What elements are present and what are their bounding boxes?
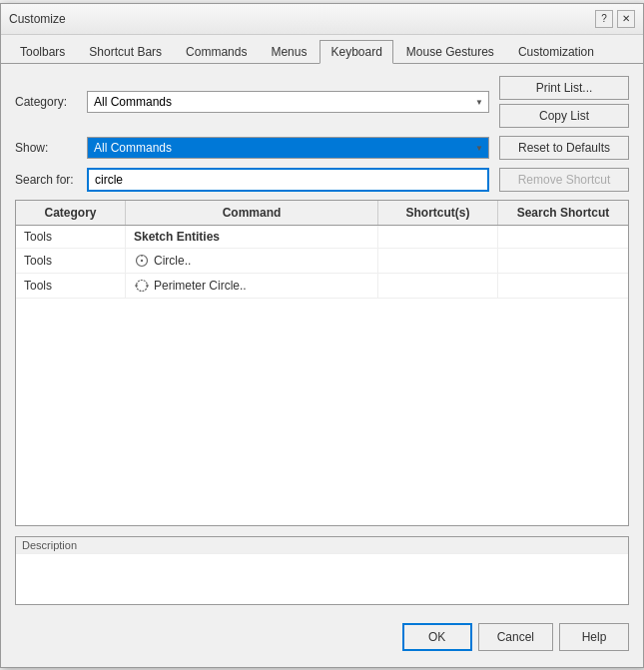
help-button[interactable]: Help — [559, 623, 629, 651]
description-label: Description — [16, 537, 628, 554]
cell-search-2 — [498, 274, 628, 298]
show-label: Show: — [15, 141, 87, 155]
reset-button[interactable]: Reset to Defaults — [499, 136, 629, 160]
cell-command-1: Circle.. — [126, 249, 378, 273]
search-label: Search for: — [15, 173, 87, 187]
copy-list-button[interactable]: Copy List — [499, 104, 629, 128]
tab-shortcut-bars[interactable]: Shortcut Bars — [78, 40, 173, 64]
description-box: Description — [15, 536, 629, 605]
close-title-btn[interactable]: ✕ — [617, 10, 635, 28]
svg-point-4 — [135, 284, 137, 286]
cell-category-2: Tools — [16, 274, 126, 298]
window-title: Customize — [9, 12, 66, 26]
ok-button[interactable]: OK — [402, 623, 472, 651]
table-row[interactable]: Tools Circle.. — [16, 249, 628, 274]
cell-command-0: Sketch Entities — [126, 226, 378, 248]
search-input[interactable] — [87, 168, 489, 192]
circle-icon — [134, 253, 150, 269]
category-label: Category: — [15, 95, 87, 109]
table-header: Category Command Shortcut(s) Search Shor… — [16, 201, 628, 226]
show-select-wrapper: All Commands — [87, 137, 489, 159]
commands-table: Category Command Shortcut(s) Search Shor… — [15, 200, 629, 526]
col-command: Command — [126, 201, 378, 225]
search-row: Search for: Remove Shortcut — [15, 168, 629, 192]
tab-commands[interactable]: Commands — [175, 40, 258, 64]
col-search-shortcut: Search Shortcut — [498, 201, 628, 225]
category-select-wrapper: All Commands — [87, 91, 489, 113]
category-row: Category: All Commands Print List... Cop… — [15, 76, 629, 128]
tab-toolbars[interactable]: Toolbars — [9, 40, 76, 64]
cancel-button[interactable]: Cancel — [478, 623, 553, 651]
svg-point-3 — [137, 280, 148, 291]
description-content — [16, 554, 628, 604]
cell-shortcut-1 — [378, 249, 498, 273]
show-select[interactable]: All Commands — [87, 137, 489, 159]
footer-buttons: OK Cancel Help — [15, 617, 629, 655]
table-row[interactable]: Tools Sketch Entities — [16, 226, 628, 249]
right-buttons: Print List... Copy List — [499, 76, 629, 128]
cell-command-2: Perimeter Circle.. — [126, 274, 378, 298]
cell-search-1 — [498, 249, 628, 273]
col-category: Category — [16, 201, 126, 225]
show-row: Show: All Commands Reset to Defaults — [15, 136, 629, 160]
remove-shortcut-button[interactable]: Remove Shortcut — [499, 168, 629, 192]
category-select[interactable]: All Commands — [87, 91, 489, 113]
customize-window: Customize ? ✕ Toolbars Shortcut Bars Com… — [0, 3, 644, 668]
col-shortcut: Shortcut(s) — [378, 201, 498, 225]
title-bar: Customize ? ✕ — [1, 4, 643, 35]
svg-point-5 — [146, 284, 148, 286]
cell-category-0: Tools — [16, 226, 126, 248]
tab-content: Category: All Commands Print List... Cop… — [1, 64, 643, 667]
title-controls: ? ✕ — [595, 10, 635, 28]
svg-point-1 — [141, 259, 143, 261]
help-title-btn[interactable]: ? — [595, 10, 613, 28]
tab-mouse-gestures[interactable]: Mouse Gestures — [395, 40, 505, 64]
tab-menus[interactable]: Menus — [260, 40, 318, 64]
perimeter-circle-icon — [134, 278, 150, 294]
table-body: Tools Sketch Entities Tools — [16, 226, 628, 525]
cell-search-0 — [498, 226, 628, 248]
tab-bar: Toolbars Shortcut Bars Commands Menus Ke… — [1, 35, 643, 64]
tab-customization[interactable]: Customization — [507, 40, 605, 64]
tab-keyboard[interactable]: Keyboard — [320, 40, 392, 64]
cell-category-1: Tools — [16, 249, 126, 273]
cell-shortcut-0 — [378, 226, 498, 248]
table-row[interactable]: Tools Perimeter Circle.. — [16, 274, 628, 299]
print-list-button[interactable]: Print List... — [499, 76, 629, 100]
cell-shortcut-2 — [378, 274, 498, 298]
